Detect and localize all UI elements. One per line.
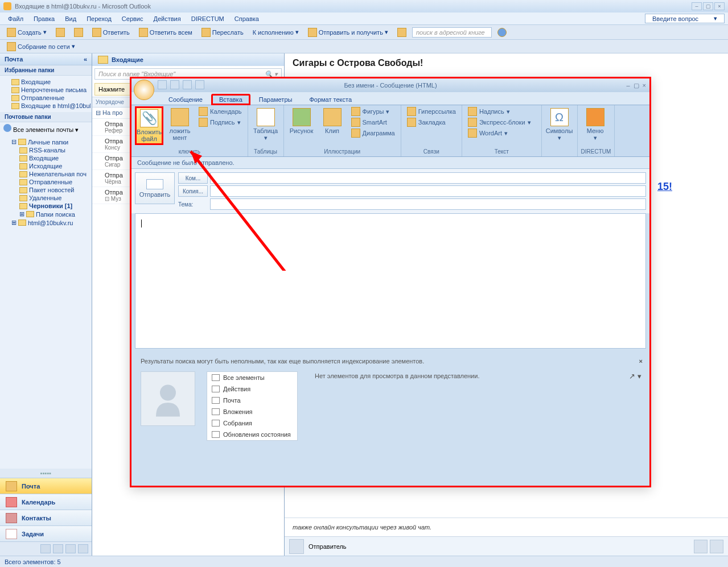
navbtn-contacts[interactable]: Контакты [0,510,92,526]
new-button[interactable]: Создать ▾ [3,27,50,38]
compose-window: Без имени - Сообщение (HTML) – ▢ × Сообщ… [130,77,651,487]
quickparts-button[interactable]: Экспресс-блоки ▾ [466,117,533,127]
wordart-button[interactable]: WordArt ▾ [466,128,533,138]
address-search-input[interactable]: поиск в адресной книге [412,27,492,38]
close-button[interactable]: × [643,82,646,89]
people-item-all[interactable]: Все элементы [207,372,297,383]
nav-mini-config[interactable] [78,544,88,553]
folder-icon [19,179,27,185]
attach-item-button[interactable]: ложить мент [166,106,194,141]
cc-input[interactable] [210,185,646,197]
all-mail-items[interactable]: Все элементы почты ▾ [0,122,92,135]
calendar-button[interactable]: Календарь [196,106,244,117]
maximize-button[interactable]: ▢ [634,82,639,89]
maximize-button[interactable]: ▢ [703,2,713,10]
expand-people-pane[interactable]: ↗ ▾ [629,372,641,380]
navbtn-calendar[interactable]: Календарь [0,494,92,510]
forward-button[interactable]: Переслать [198,27,247,38]
menu-help[interactable]: Справка [230,14,264,23]
bookmark-button[interactable]: Закладка [405,117,458,127]
menu-go[interactable]: Переход [82,14,116,23]
close-info-icon[interactable]: × [639,358,643,365]
cc-button[interactable]: Копия... [178,185,208,197]
table-button[interactable]: Таблица ▾ [252,106,280,141]
clip-button[interactable]: Клип [318,106,347,134]
collapse-icon[interactable]: « [84,56,87,63]
minimize-button[interactable]: – [692,2,702,10]
folder-junk[interactable]: Нежелательная поч [1,170,91,178]
nav-mini-folders[interactable] [53,544,63,553]
fav-inbox-acct[interactable]: Входящие в html@10buk [1,102,91,110]
office-button[interactable] [134,80,154,100]
fav-unread[interactable]: Непрочтенные письма [1,86,91,94]
people-item-meetings[interactable]: Собрания [207,417,297,429]
help-button[interactable] [494,27,510,38]
print-button[interactable] [52,27,68,38]
save-icon[interactable] [158,80,167,89]
compose-body[interactable] [135,213,646,349]
tab-format[interactable]: Формат текста [301,94,360,105]
folder-search[interactable]: ⊞ Папки поиска [1,210,91,218]
symbols-button[interactable]: ΩСимволы ▾ [545,106,574,141]
minimize-button[interactable]: – [626,82,630,89]
tab-options[interactable]: Параметры [250,94,301,105]
fav-sent[interactable]: Отправленные [1,94,91,102]
nav-splitter[interactable]: ▪▪▪▪▪ [0,469,92,478]
nav-mini-notes[interactable] [40,544,51,553]
followup-button[interactable]: К исполнению ▾ [249,27,302,37]
people-item-updates[interactable]: Обновления состояния [207,429,297,440]
undo-icon[interactable] [170,80,179,89]
menu-file[interactable]: Файл [3,14,28,23]
tab-insert[interactable]: Вставка [211,94,250,105]
redo-icon[interactable] [183,80,192,89]
menu-actions[interactable]: Действия [149,14,186,23]
picture-button[interactable]: Рисунок [287,106,316,134]
menu-edit[interactable]: Правка [29,14,59,23]
folder-news[interactable]: Пакет новостей [1,186,91,194]
attach-file-button[interactable]: 📎Вложить файл [135,106,163,145]
person-thumb[interactable] [694,540,708,553]
reply-button[interactable]: Ответить [89,27,133,38]
sendrecv-button[interactable]: Отправить и получить ▾ [305,27,392,38]
personal-folders[interactable]: ⊟ Личные папки [1,138,91,146]
folder-deleted[interactable]: Удаленные [1,194,91,202]
addressbook-button[interactable] [394,27,410,38]
subject-input[interactable] [210,198,646,210]
ask-question-input[interactable]: Введите вопрос▾ [645,14,725,23]
tab-message[interactable]: Сообщение [160,94,211,105]
signature-button[interactable]: Подпись ▾ [196,117,244,127]
menu-tools[interactable]: Сервис [117,14,148,23]
to-button[interactable]: Ком... [178,172,208,184]
folder-sent[interactable]: Отправленные [1,178,91,186]
partial-link-text[interactable]: 15! [657,181,672,193]
folder-inbox[interactable]: Входящие [1,154,91,162]
send-button[interactable]: Отправить [135,172,175,204]
account-folder[interactable]: ⊞ html@10bukv.ru [1,218,91,227]
folder-outbox[interactable]: Исходящие [1,162,91,170]
folder-drafts[interactable]: Черновики [1] [1,202,91,210]
search-icon [3,124,11,132]
directum-menu-button[interactable]: Меню ▾ [581,106,610,141]
people-item-attachments[interactable]: Вложения [207,406,297,417]
people-item-mail[interactable]: Почта [207,395,297,406]
menu-view[interactable]: Вид [60,14,81,23]
close-button[interactable]: × [714,2,725,10]
fav-inbox[interactable]: Входящие [1,78,91,86]
to-input[interactable] [210,172,646,184]
chart-button[interactable]: Диаграмма [349,128,397,138]
navbtn-mail[interactable]: Почта [0,478,92,494]
textbox-button[interactable]: Надпись ▾ [466,106,533,117]
reply-all-button[interactable]: Ответить всем [135,27,196,38]
shapes-button[interactable]: Фигуры ▾ [349,106,397,117]
smartart-button[interactable]: SmartArt [349,117,397,127]
people-item-actions[interactable]: Действия [207,383,297,395]
qat-more-icon[interactable] [195,80,204,89]
hyperlink-button[interactable]: Гиперссылка [405,106,458,117]
person-thumb[interactable] [710,540,723,553]
folder-rss[interactable]: RSS-каналы [1,146,91,154]
move-button[interactable] [71,27,87,38]
online-meeting-button[interactable]: Собрание по сети ▾ [3,41,79,52]
menu-directum[interactable]: DIRECTUM [187,14,229,23]
nav-mini-shortcuts[interactable] [65,544,76,553]
navbtn-tasks[interactable]: Задачи [0,526,92,542]
